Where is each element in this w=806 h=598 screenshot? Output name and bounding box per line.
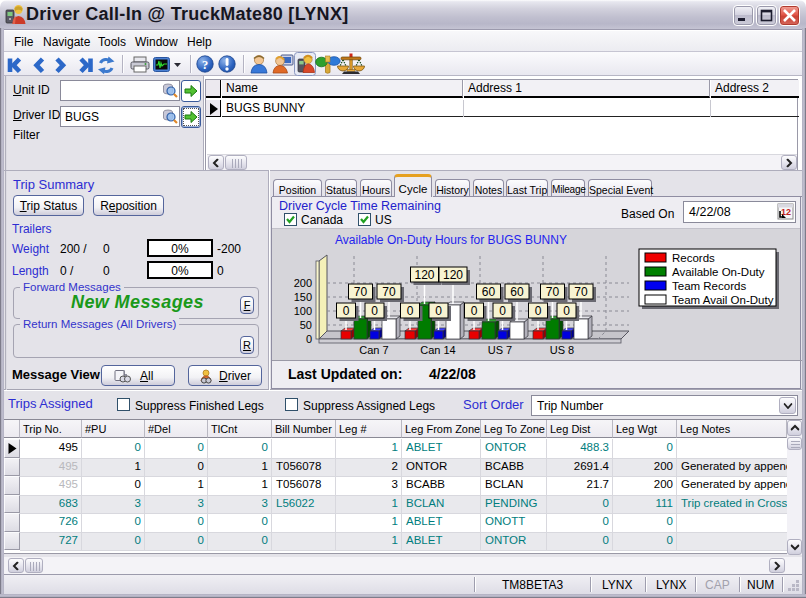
svg-text:120: 120 xyxy=(414,268,434,282)
svg-text:120: 120 xyxy=(443,268,463,282)
svg-text:70: 70 xyxy=(354,285,368,299)
svg-text:60: 60 xyxy=(510,285,524,299)
svg-text:150: 150 xyxy=(294,291,312,303)
svg-text:200: 200 xyxy=(294,277,312,289)
svg-text:US 8: US 8 xyxy=(550,344,574,356)
svg-text:70: 70 xyxy=(382,285,396,299)
svg-text:Team Records: Team Records xyxy=(672,280,746,292)
svg-text:0: 0 xyxy=(499,304,506,318)
svg-text:0: 0 xyxy=(306,333,312,345)
svg-text:?: ? xyxy=(202,58,208,72)
svg-text:0: 0 xyxy=(435,304,442,318)
svg-text:Available On-Duty: Available On-Duty xyxy=(672,266,765,278)
svg-text:100: 100 xyxy=(294,305,312,317)
svg-text:0: 0 xyxy=(563,304,570,318)
svg-text:Available On-Duty Hours for B: Available On-Duty Hours for BUGS BUNNY xyxy=(335,233,567,247)
svg-text:Can 7: Can 7 xyxy=(359,344,388,356)
svg-text:70: 70 xyxy=(574,285,588,299)
svg-text:60: 60 xyxy=(482,285,496,299)
svg-text:0: 0 xyxy=(407,304,414,318)
svg-text:Can 14: Can 14 xyxy=(420,344,455,356)
svg-text:70: 70 xyxy=(546,285,560,299)
svg-text:0: 0 xyxy=(471,304,478,318)
svg-text:0: 0 xyxy=(535,304,542,318)
svg-text:0: 0 xyxy=(343,304,350,318)
svg-text:Team Avail On-Duty: Team Avail On-Duty xyxy=(672,294,774,306)
svg-text:US 7: US 7 xyxy=(488,344,512,356)
svg-text:Records: Records xyxy=(672,252,715,264)
svg-text:50: 50 xyxy=(300,319,312,331)
svg-text:0: 0 xyxy=(371,304,378,318)
